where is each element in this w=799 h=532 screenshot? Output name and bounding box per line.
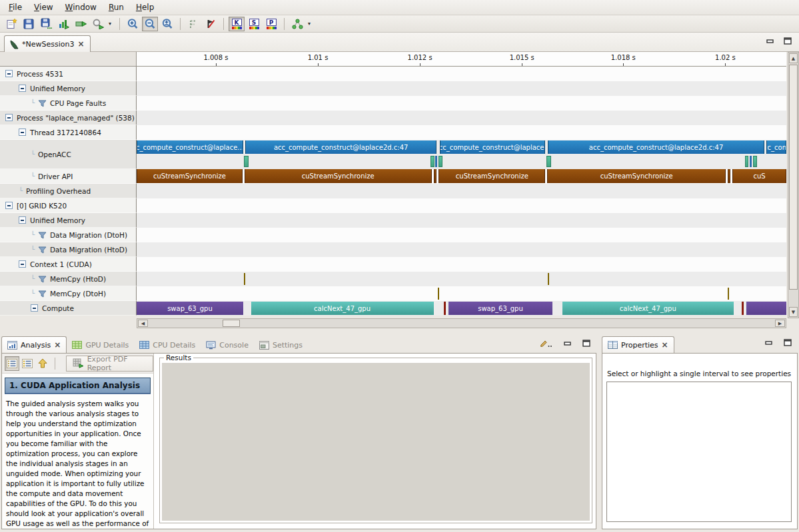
stream-colors-icon[interactable]: S bbox=[246, 17, 262, 31]
timeline-track[interactable] bbox=[137, 213, 786, 228]
tree-row-data-migration-dtoh[interactable]: └Data Migration (DtoH) bbox=[0, 228, 137, 242]
tree-row-context-1-cuda[interactable]: Context 1 (CUDA) bbox=[0, 257, 137, 272]
timeline-interval-bar[interactable] bbox=[742, 302, 744, 315]
process-colors-icon[interactable]: P bbox=[263, 17, 279, 31]
vertical-scrollbar[interactable]: ▲ ▼ bbox=[788, 52, 799, 318]
timeline-interval-bar[interactable]: acc_compute_construct@laplace2d.c:47 bbox=[245, 140, 437, 154]
save-icon[interactable] bbox=[21, 17, 37, 31]
timeline-track[interactable] bbox=[137, 272, 786, 286]
zoom-in-icon[interactable] bbox=[125, 17, 141, 31]
timeline-track[interactable] bbox=[137, 228, 786, 242]
guided-analysis-mode-button[interactable] bbox=[5, 356, 19, 371]
session-tab[interactable]: *NewSession3 × bbox=[4, 35, 91, 52]
menu-help[interactable]: Help bbox=[130, 1, 160, 13]
vertical-scroll-thumb[interactable] bbox=[789, 65, 798, 290]
zoom-select-icon[interactable] bbox=[90, 17, 106, 31]
rename-icon[interactable] bbox=[73, 17, 89, 31]
generate-timeline-icon[interactable] bbox=[55, 17, 71, 31]
collapse-expander-icon[interactable] bbox=[19, 129, 26, 136]
tree-row-process-laplace-managed-538[interactable]: Process "laplace_managed" (538) bbox=[0, 111, 137, 125]
openacc-event-bar[interactable] bbox=[745, 156, 749, 167]
back-up-analysis-icon[interactable] bbox=[35, 356, 50, 371]
tab-cpu-details[interactable]: CPU Details bbox=[134, 336, 201, 354]
filter-icon[interactable] bbox=[38, 290, 47, 298]
unguided-analysis-mode-button[interactable] bbox=[20, 356, 35, 371]
topology-icon[interactable] bbox=[289, 17, 305, 31]
maximize-icon[interactable] bbox=[784, 339, 792, 346]
collapse-expander-icon[interactable] bbox=[5, 202, 13, 209]
filter-icon[interactable] bbox=[38, 100, 47, 107]
menu-window[interactable]: Window bbox=[59, 1, 103, 13]
new-session-icon[interactable] bbox=[3, 17, 19, 31]
memcpy-interval-tick[interactable] bbox=[438, 288, 439, 300]
collapse-expander-icon[interactable] bbox=[19, 260, 26, 268]
close-icon[interactable]: × bbox=[662, 342, 668, 348]
openacc-event-bar[interactable] bbox=[438, 156, 442, 167]
timeline-track[interactable] bbox=[137, 81, 786, 96]
tab-analysis[interactable]: Analysis× bbox=[1, 336, 67, 354]
memcpy-interval-tick[interactable] bbox=[548, 273, 549, 285]
menu-file[interactable]: File bbox=[3, 1, 28, 13]
tree-row-driver-api[interactable]: └Driver API bbox=[0, 169, 137, 184]
view-menu-icon[interactable] bbox=[540, 339, 553, 348]
tree-row-memcpy-htod[interactable]: └MemCpy (HtoD) bbox=[0, 272, 137, 286]
tree-row-thread-3172140864[interactable]: Thread 3172140864 bbox=[0, 125, 137, 140]
minimize-icon[interactable] bbox=[766, 38, 774, 45]
close-icon[interactable]: × bbox=[54, 342, 61, 348]
timeline-interval-bar[interactable]: cuStreamSynchronize bbox=[137, 169, 243, 183]
zoom-out-icon[interactable] bbox=[142, 17, 158, 31]
tab-properties[interactable]: Properties × bbox=[602, 336, 674, 354]
collapse-expander-icon[interactable] bbox=[19, 216, 26, 224]
flag-marker-icon[interactable] bbox=[203, 17, 219, 31]
prev-marker-icon[interactable] bbox=[185, 17, 201, 31]
zoom-fit-icon[interactable] bbox=[159, 17, 175, 31]
scroll-left-icon[interactable]: ◀ bbox=[138, 320, 148, 327]
memcpy-interval-tick[interactable] bbox=[244, 273, 245, 285]
openacc-event-bar[interactable] bbox=[435, 156, 437, 167]
menu-run[interactable]: Run bbox=[103, 1, 130, 13]
scroll-right-icon[interactable]: ▶ bbox=[775, 320, 785, 327]
maximize-icon[interactable] bbox=[784, 37, 792, 45]
timeline-ruler[interactable]: 1.008 s1.01 s1.012 s1.015 s1.018 s1.02 s bbox=[137, 52, 786, 67]
tree-row-memcpy-dtoh[interactable]: └MemCpy (DtoH) bbox=[0, 286, 137, 301]
timeline-interval-bar[interactable] bbox=[444, 302, 446, 315]
close-icon[interactable]: × bbox=[77, 41, 84, 47]
menu-view[interactable]: View bbox=[28, 1, 59, 13]
tab-console[interactable]: Console bbox=[201, 336, 254, 354]
collapse-expander-icon[interactable] bbox=[5, 70, 13, 77]
tree-row-profiling-overhead[interactable]: └Profiling Overhead bbox=[0, 184, 137, 198]
collapse-expander-icon[interactable] bbox=[31, 304, 38, 312]
timeline-interval-bar[interactable]: swap_63_gpu bbox=[137, 302, 243, 315]
openacc-event-bar[interactable] bbox=[430, 156, 434, 167]
openacc-event-bar[interactable] bbox=[753, 156, 757, 167]
timeline-interval-bar[interactable]: acc_comp bbox=[766, 140, 786, 154]
tree-row-0-grid-k520[interactable]: [0] GRID K520 bbox=[0, 198, 137, 213]
scroll-up-icon[interactable]: ▲ bbox=[789, 53, 798, 63]
kernel-colors-icon[interactable]: K bbox=[229, 17, 245, 31]
timeline-interval-bar[interactable] bbox=[434, 169, 437, 183]
timeline-track[interactable] bbox=[137, 286, 786, 301]
tree-row-compute[interactable]: Compute bbox=[0, 301, 137, 316]
timeline-track[interactable] bbox=[137, 96, 786, 111]
timeline-track[interactable]: swap_63_gpucalcNext_47_gpuswap_63_gpucal… bbox=[137, 301, 786, 316]
timeline-track[interactable] bbox=[137, 111, 786, 125]
scroll-down-icon[interactable]: ▼ bbox=[789, 307, 798, 317]
dropdown-caret-icon[interactable]: ▾ bbox=[306, 21, 313, 27]
timeline-interval-bar[interactable] bbox=[746, 302, 786, 315]
timeline-interval-bar[interactable] bbox=[728, 169, 730, 183]
tree-row-unified-memory[interactable]: Unified Memory bbox=[0, 213, 137, 228]
timeline-track[interactable]: cuStreamSynchronizecuStreamSynchronizecu… bbox=[137, 169, 786, 184]
dropdown-caret-icon[interactable]: ▾ bbox=[107, 21, 113, 27]
filter-icon[interactable] bbox=[38, 276, 47, 283]
horizontal-scrollbar[interactable]: ◀ ▶ bbox=[137, 318, 786, 328]
tree-row-cpu-page-faults[interactable]: └CPU Page Faults bbox=[0, 96, 137, 111]
timeline-track[interactable] bbox=[137, 198, 786, 213]
tab-settings[interactable]: Settings bbox=[254, 336, 308, 354]
timeline-interval-bar[interactable]: cuStreamSynchronize bbox=[245, 169, 432, 183]
timeline-interval-bar[interactable]: swap_63_gpu bbox=[448, 302, 552, 315]
timeline-interval-bar[interactable]: acc_compute_construct@laplace2d.c:47 bbox=[548, 140, 764, 154]
timeline-interval-bar[interactable]: c_compute_construct@laplace... bbox=[137, 140, 243, 154]
minimize-icon[interactable] bbox=[564, 340, 572, 347]
collapse-expander-icon[interactable] bbox=[5, 114, 13, 121]
timeline-track[interactable] bbox=[137, 242, 786, 257]
